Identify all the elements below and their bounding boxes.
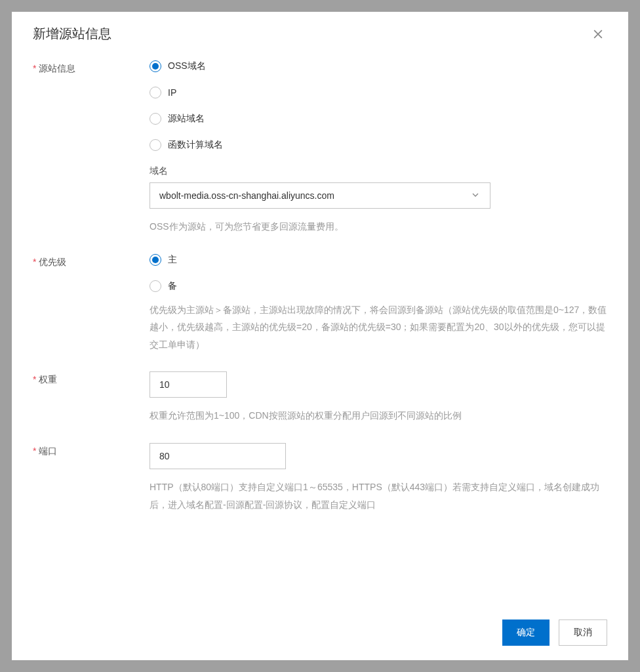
radio-circle-icon [150, 87, 161, 98]
radio-ip[interactable]: IP [150, 87, 607, 98]
modal-footer: 确定 取消 [12, 608, 628, 660]
form-row-weight: *权重 权重允许范围为1~100，CDN按照源站的权重分配用户回源到不同源站的比… [33, 371, 607, 425]
confirm-button[interactable]: 确定 [502, 620, 550, 646]
weight-help-text: 权重允许范围为1~100，CDN按照源站的权重分配用户回源到不同源站的比例 [150, 407, 607, 425]
radio-circle-icon [150, 113, 161, 125]
port-content: HTTP（默认80端口）支持自定义端口1～65535，HTTPS（默认443端口… [150, 443, 607, 513]
modal-body: *源站信息 OSS域名 IP 源站域名 [12, 52, 628, 608]
radio-label: 备 [168, 280, 177, 292]
modal-header: 新增源站信息 [12, 12, 628, 52]
radio-circle-icon [150, 60, 161, 72]
radio-label: IP [168, 87, 176, 98]
radio-domain[interactable]: 源站域名 [150, 113, 607, 125]
form-row-port: *端口 HTTP（默认80端口）支持自定义端口1～65535，HTTPS（默认4… [33, 443, 607, 513]
radio-label: OSS域名 [168, 60, 206, 72]
origin-content: OSS域名 IP 源站域名 函数计算域名 域名 [150, 60, 607, 236]
weight-content: 权重允许范围为1~100，CDN按照源站的权重分配用户回源到不同源站的比例 [150, 371, 607, 425]
origin-label: *源站信息 [33, 60, 150, 75]
modal-dialog: 新增源站信息 *源站信息 OSS域名 IP [12, 12, 628, 660]
origin-help-text: OSS作为源站，可为您节省更多回源流量费用。 [150, 218, 607, 236]
radio-label: 主 [168, 254, 177, 266]
cancel-button[interactable]: 取消 [559, 620, 607, 646]
port-input[interactable] [150, 443, 286, 469]
priority-label: *优先级 [33, 254, 150, 268]
domain-select[interactable]: wbolt-media.oss-cn-shanghai.aliyuncs.com [150, 182, 490, 209]
radio-backup[interactable]: 备 [150, 280, 607, 292]
weight-label: *权重 [33, 371, 150, 386]
weight-input[interactable] [150, 371, 227, 398]
domain-select-value: wbolt-media.oss-cn-shanghai.aliyuncs.com [159, 190, 334, 201]
radio-circle-icon [150, 139, 161, 151]
close-icon [591, 28, 605, 41]
radio-circle-icon [150, 280, 161, 292]
form-row-origin: *源站信息 OSS域名 IP 源站域名 [33, 60, 607, 236]
radio-label: 函数计算域名 [168, 139, 223, 151]
domain-sub-label: 域名 [150, 165, 607, 177]
port-label: *端口 [33, 443, 150, 457]
radio-primary[interactable]: 主 [150, 254, 607, 266]
form-row-priority: *优先级 主 备 优先级为主源站＞备源站，主源站出现故障的情况下，将会回源到备源… [33, 254, 607, 354]
radio-circle-icon [150, 254, 161, 266]
radio-oss[interactable]: OSS域名 [150, 60, 607, 72]
origin-radio-group: OSS域名 IP 源站域名 函数计算域名 [150, 60, 607, 151]
chevron-down-icon [470, 190, 481, 202]
port-help-text: HTTP（默认80端口）支持自定义端口1～65535，HTTPS（默认443端口… [150, 478, 607, 513]
priority-content: 主 备 优先级为主源站＞备源站，主源站出现故障的情况下，将会回源到备源站（源站优… [150, 254, 607, 354]
radio-label: 源站域名 [168, 113, 205, 125]
radio-fc[interactable]: 函数计算域名 [150, 139, 607, 151]
modal-title: 新增源站信息 [33, 25, 111, 43]
priority-help-text: 优先级为主源站＞备源站，主源站出现故障的情况下，将会回源到备源站（源站优先级的取… [150, 301, 607, 354]
close-button[interactable] [589, 25, 607, 46]
priority-radio-group: 主 备 [150, 254, 607, 292]
